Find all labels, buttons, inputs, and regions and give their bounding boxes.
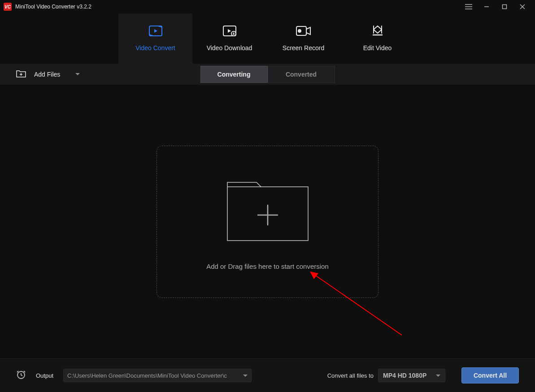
record-icon (296, 26, 311, 36)
tab-label: Edit Video (363, 44, 392, 52)
convert-all-button[interactable]: Convert All (461, 367, 519, 383)
subtab-group: Converting Converted (200, 66, 335, 83)
toolbar: Add Files Converting Converted (0, 64, 535, 85)
maximize-button[interactable] (496, 0, 513, 13)
tab-label: Screen Record (283, 44, 324, 52)
tab-video-convert[interactable]: Video Convert (118, 13, 192, 64)
chevron-down-icon (436, 375, 440, 377)
dropzone-text: Add or Drag files here to start conversi… (206, 263, 329, 270)
output-path-field[interactable]: C:\Users\Helen Green\Documents\MiniTool … (63, 369, 252, 382)
tab-edit-video[interactable]: Edit Video (340, 13, 414, 64)
clock-icon[interactable] (16, 370, 26, 381)
dropzone[interactable]: Add or Drag files here to start conversi… (157, 146, 378, 298)
content-area: Add or Drag files here to start conversi… (0, 85, 535, 358)
tab-label: Video Download (207, 44, 252, 52)
add-files-button[interactable]: Add Files (16, 69, 80, 79)
convert-icon (149, 26, 162, 36)
folder-plus-icon (225, 173, 310, 245)
bottombar: Output C:\Users\Helen Green\Documents\Mi… (0, 358, 535, 392)
add-files-label: Add Files (34, 71, 60, 78)
menu-button[interactable] (460, 0, 478, 13)
tab-video-download[interactable]: Video Download (192, 13, 266, 64)
output-format-field[interactable]: MP4 HD 1080P (378, 369, 445, 382)
subtab-converting[interactable]: Converting (200, 66, 268, 83)
tab-screen-record[interactable]: Screen Record (266, 13, 340, 64)
svg-point-11 (298, 30, 301, 32)
svg-rect-4 (503, 5, 507, 9)
add-files-icon (16, 69, 26, 79)
edit-icon (372, 26, 383, 36)
chevron-down-icon (243, 375, 248, 377)
format-value: MP4 HD 1080P (383, 372, 426, 379)
app-title: MiniTool Video Converter v3.2.2 (15, 4, 91, 10)
tab-label: Video Convert (135, 44, 175, 52)
output-path-text: C:\Users\Helen Green\Documents\MiniTool … (67, 372, 227, 379)
minimize-button[interactable] (478, 0, 496, 13)
chevron-down-icon (75, 73, 80, 75)
app-logo: VC (4, 3, 12, 11)
titlebar: VC MiniTool Video Converter v3.2.2 (0, 0, 535, 13)
download-icon (223, 26, 236, 36)
subtab-converted[interactable]: Converted (268, 66, 335, 83)
convert-all-label: Convert all files to (327, 372, 374, 379)
output-label: Output (36, 372, 53, 379)
close-button[interactable] (513, 0, 531, 13)
main-tabs: Video Convert Video Download (0, 13, 535, 64)
